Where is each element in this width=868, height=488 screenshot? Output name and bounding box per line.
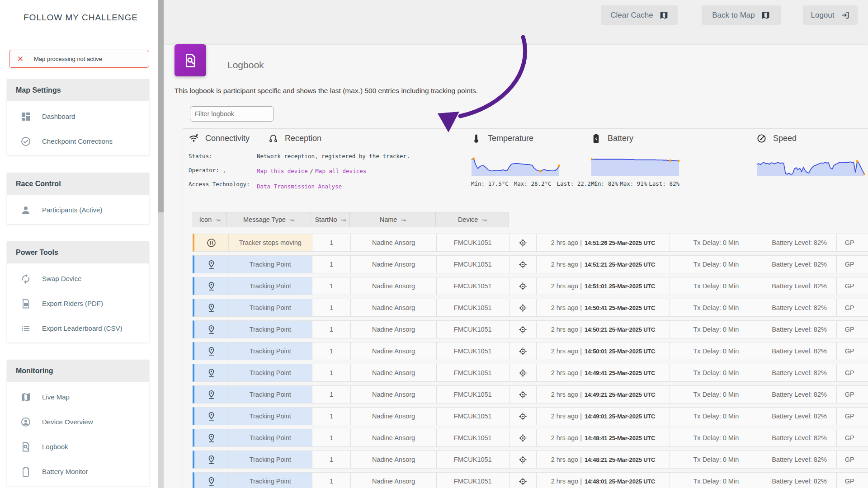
crosshair-icon[interactable] (518, 433, 528, 443)
gps-cell: GP (837, 386, 868, 403)
crosshair-icon[interactable] (518, 325, 528, 334)
gps-cell: GP (837, 408, 868, 425)
sidebar-item-export-riders-pdf[interactable]: Export Riders (PDF) (7, 291, 149, 316)
locate-cell[interactable] (509, 386, 537, 403)
column-header-message-type[interactable]: Message Type↝ (227, 212, 311, 227)
sidebar-item-live-map[interactable]: Live Map (7, 385, 149, 409)
map-icon (761, 10, 770, 20)
sidebar-group-header: Power Tools (7, 241, 149, 263)
locate-cell[interactable] (509, 256, 537, 273)
sidebar-item-label: Live Map (42, 393, 70, 401)
scrollbar-thumb[interactable] (158, 0, 164, 212)
locate-cell[interactable] (509, 364, 537, 381)
temp-max: Max: 28.2°C (514, 180, 552, 187)
table-row: Tracking Point1Nadine AnsorgFMCUK10512 h… (193, 299, 868, 317)
map-all-devices-link[interactable]: Map all devices (315, 168, 366, 174)
device-cell: FMCUK1051 (437, 234, 509, 251)
crosshair-icon[interactable] (518, 282, 528, 291)
sort-icon: ↝ (215, 216, 220, 223)
locate-cell[interactable] (509, 451, 537, 468)
clear-cache-button[interactable]: Clear Cache (601, 5, 678, 25)
name-cell: Nadine Ansorg (351, 386, 436, 403)
sidebar-item-participants-active[interactable]: Participants (Active) (7, 197, 149, 222)
row-icon-cell (194, 277, 229, 295)
sidebar-item-swap-device[interactable]: Swap Device (7, 266, 149, 291)
locate-cell[interactable] (509, 299, 537, 316)
sort-icon: ↝ (341, 216, 346, 223)
sidebar-item-label: Checkpoint Corrections (42, 137, 113, 145)
pin-drop-icon (206, 281, 217, 291)
table-row: Tracking Point1Nadine AnsorgFMCUK10512 h… (193, 342, 868, 360)
locate-cell[interactable] (509, 343, 537, 360)
sidebar-group-monitoring: MonitoringLive MapDevice OverviewLogbook… (7, 360, 149, 486)
crosshair-icon[interactable] (518, 238, 528, 248)
reception-text: Network reception, registered by the tra… (257, 153, 410, 160)
battery-level-cell: Battery Level: 82% (762, 429, 836, 446)
message-type-cell: Tracking Point (229, 299, 312, 316)
locate-cell[interactable] (509, 473, 537, 488)
battery-level-cell: Battery Level: 82% (762, 321, 836, 338)
column-header-startno[interactable]: StartNo↝ (311, 212, 350, 227)
sidebar-item-dashboard[interactable]: Dashboard (7, 104, 149, 129)
gps-cell: GP (837, 299, 868, 316)
crosshair-icon[interactable] (518, 368, 528, 378)
sidebar-scrollbar[interactable] (158, 0, 164, 488)
device-cell: FMCUK1051 (437, 256, 509, 273)
data-transmission-analyse-link[interactable]: Data Transmission Analyse (257, 183, 342, 190)
sidebar-item-device-overview[interactable]: Device Overview (7, 409, 149, 434)
battery-level-cell: Battery Level: 82% (762, 473, 836, 488)
crosshair-icon[interactable] (518, 347, 528, 356)
sidebar-group-map-settings: Map SettingsDashboardCheckpoint Correcti… (7, 79, 149, 155)
name-cell: Nadine Ansorg (351, 473, 436, 488)
device-cell: FMCUK1051 (437, 408, 509, 425)
page-title: Logbook (227, 60, 264, 70)
column-header-label: Message Type (243, 216, 286, 223)
startno-cell: 1 (312, 429, 351, 446)
column-header-name[interactable]: Name↝ (350, 212, 436, 227)
back-to-map-button[interactable]: Back to Map (702, 5, 781, 25)
startno-cell: 1 (312, 256, 351, 273)
device-cell: FMCUK1051 (437, 386, 509, 403)
crosshair-icon[interactable] (518, 412, 528, 421)
sidebar: FOLLOW MY CHALLENGE Map processing not a… (0, 0, 158, 488)
sidebar-item-export-leaderboard-csv[interactable]: Export Leaderboard (CSV) (7, 316, 149, 341)
pin-drop-icon (206, 411, 217, 422)
column-header-icon[interactable]: Icon↝ (193, 212, 227, 227)
device-cell: FMCUK1051 (437, 364, 509, 381)
row-icon-cell (194, 234, 229, 251)
locate-cell[interactable] (509, 408, 537, 425)
name-cell: Nadine Ansorg (351, 299, 436, 316)
name-cell: Nadine Ansorg (351, 364, 436, 381)
map-this-device-link[interactable]: Map this device (257, 168, 308, 174)
sidebar-item-logbook[interactable]: Logbook (7, 434, 149, 459)
speed-title: Speed (773, 134, 797, 143)
message-type-cell: Tracker stops moving (229, 234, 312, 251)
crosshair-icon[interactable] (518, 455, 528, 465)
crosshair-icon[interactable] (518, 260, 528, 269)
column-header-device[interactable]: Device↝ (436, 212, 509, 227)
time-cell: 2 hrs ago | 14:50:21 25-Mar-2025 UTC (537, 321, 670, 338)
table-row: Tracking Point1Nadine AnsorgFMCUK10512 h… (193, 472, 868, 488)
filter-logbook-input[interactable] (190, 106, 274, 122)
timestamp: 14:50:21 25-Mar-2025 UTC (585, 326, 655, 333)
sidebar-item-checkpoint-corrections[interactable]: Checkpoint Corrections (7, 129, 149, 154)
logbook-table: Icon↝Message Type↝StartNo↝Name↝Device↝ T… (193, 212, 868, 488)
timestamp: 14:49:21 25-Mar-2025 UTC (585, 391, 655, 398)
device-cell: FMCUK1051 (437, 299, 509, 316)
locate-cell[interactable] (509, 234, 537, 251)
timestamp: 14:51:01 25-Mar-2025 UTC (585, 283, 655, 290)
column-header-label: Device (458, 216, 478, 223)
crosshair-icon[interactable] (518, 303, 528, 313)
message-type-cell: Tracking Point (229, 451, 312, 468)
startno-cell: 1 (312, 234, 351, 251)
crosshair-icon[interactable] (518, 390, 528, 399)
locate-cell[interactable] (509, 429, 537, 446)
sidebar-item-label: Battery Monitor (42, 468, 88, 475)
sidebar-item-battery-monitor[interactable]: Battery Monitor (7, 459, 149, 484)
locate-cell[interactable] (509, 321, 537, 338)
column-header-label: StartNo (315, 216, 337, 223)
status-line: Status: (189, 153, 250, 160)
crosshair-icon[interactable] (518, 477, 528, 486)
locate-cell[interactable] (509, 277, 537, 295)
logout-button[interactable]: Logout (803, 5, 858, 25)
